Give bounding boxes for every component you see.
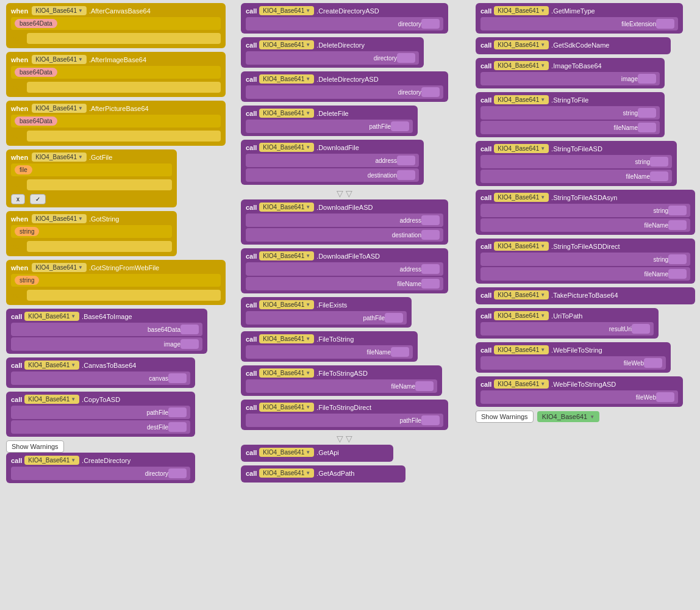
when-keyword: when: [11, 215, 28, 223]
when-block-aftercanvasbase64: when KIO4_Base641 ▼ .AfterCanvasBase64 b…: [6, 3, 226, 48]
column-3: call KIO4_Base641 ▼ .GetMimeType fileExt…: [476, 3, 695, 423]
scroll-indicator-2: ▽ ▽: [241, 434, 448, 443]
component-badge[interactable]: KIO4_Base641 ▼: [259, 143, 314, 152]
show-warnings-button[interactable]: Show Warnings: [476, 411, 534, 423]
param-input: [632, 324, 650, 334]
component-badge[interactable]: KIO4_Base641 ▼: [32, 104, 87, 113]
component-selector-label: KIO4_Base641: [542, 413, 588, 420]
component-badge[interactable]: KIO4_Base641 ▼: [259, 251, 314, 260]
param-label: pathFile: [146, 409, 168, 416]
param-input: [668, 254, 687, 264]
component-badge[interactable]: KIO4_Base641 ▼: [494, 40, 549, 49]
component-badge[interactable]: KIO4_Base641 ▼: [259, 300, 314, 309]
component-badge[interactable]: KIO4_Base641 ▼: [259, 74, 314, 84]
call-block-fileexists: call KIO4_Base641 ▼ .FileExists pathFile: [241, 297, 412, 328]
call-keyword: call: [480, 194, 491, 201]
method-label: .UriToPath: [551, 312, 582, 320]
component-badge[interactable]: KIO4_Base641 ▼: [259, 334, 314, 343]
call-keyword: call: [11, 362, 22, 369]
param-label: string: [623, 110, 638, 117]
component-badge[interactable]: KIO4_Base641 ▼: [259, 403, 314, 412]
method-label: .CreateDirectoryASD: [316, 7, 379, 15]
param-input: [421, 279, 440, 289]
param-input: [421, 87, 440, 97]
param-label: resultUri: [609, 326, 632, 332]
component-badge[interactable]: KIO4_Base641 ▼: [494, 144, 549, 153]
component-badge[interactable]: KIO4_Base641 ▼: [32, 152, 87, 162]
when-keyword: when: [11, 154, 28, 161]
component-badge[interactable]: KIO4_Base641 ▼: [494, 61, 549, 70]
component-badge[interactable]: KIO4_Base641 ▼: [259, 468, 314, 478]
component-badge[interactable]: KIO4_Base641 ▼: [24, 456, 79, 465]
param-label: fileWeb: [624, 360, 644, 367]
scroll-indicator: ▽ ▽: [241, 188, 448, 198]
component-badge[interactable]: KIO4_Base641 ▼: [494, 379, 549, 389]
component-badge[interactable]: KIO4_Base641 ▼: [32, 214, 87, 223]
component-badge[interactable]: KIO4_Base641 ▼: [259, 368, 314, 378]
do-label: do: [11, 181, 23, 188]
param-input: [650, 157, 668, 167]
component-badge[interactable]: KIO4_Base641 ▼: [32, 263, 87, 272]
call-keyword: call: [246, 301, 257, 309]
method-label: .DeleteDirectoryASD: [316, 76, 378, 83]
check-button[interactable]: ✓: [30, 194, 46, 204]
component-badge[interactable]: KIO4_Base641 ▼: [32, 55, 87, 64]
call-keyword: call: [246, 204, 257, 211]
call-keyword: call: [246, 449, 257, 456]
component-badge[interactable]: KIO4_Base641 ▼: [494, 6, 549, 15]
show-warnings-button-col1[interactable]: Show Warnings: [6, 440, 64, 453]
call-keyword: call: [246, 110, 257, 117]
method-label: .FileToStringDirect: [316, 404, 371, 411]
method-label: .FileToString: [316, 336, 354, 343]
component-badge[interactable]: KIO4_Base641 ▼: [32, 6, 87, 15]
do-slot: [27, 241, 172, 252]
column-2: call KIO4_Base641 ▼ .CreateDirectoryASD …: [241, 3, 448, 486]
component-badge[interactable]: KIO4_Base641 ▼: [494, 290, 549, 300]
call-block-filetostringdirect: call KIO4_Base641 ▼ .FileToStringDirect …: [241, 400, 448, 430]
method-label: .StringToFileASDDirect: [551, 243, 620, 250]
component-badge[interactable]: KIO4_Base641 ▼: [259, 448, 314, 457]
call-keyword: call: [246, 336, 257, 343]
param-label: fileName: [645, 222, 668, 229]
call-block-stringtofileasddirect: call KIO4_Base641 ▼ .StringToFileASDDire…: [476, 239, 695, 284]
component-badge[interactable]: KIO4_Base641 ▼: [259, 203, 314, 212]
call-block-uritopath: call KIO4_Base641 ▼ .UriToPath resultUri: [476, 308, 659, 339]
call-block-getmimetype: call KIO4_Base641 ▼ .GetMimeType fileExt…: [476, 3, 683, 34]
call-keyword: call: [246, 370, 257, 377]
param-input: [421, 230, 440, 240]
param-input: [168, 422, 187, 432]
call-block-deletedirectoryasd: call KIO4_Base641 ▼ .DeleteDirectoryASD …: [241, 71, 448, 102]
param-base64data: base64Data: [15, 19, 57, 28]
call-keyword: call: [480, 292, 491, 299]
method-label: .CopyToASD: [82, 396, 120, 403]
component-badge[interactable]: KIO4_Base641 ▼: [24, 361, 79, 370]
param-label: fileName: [626, 173, 650, 180]
method-label: .Base64ToImage: [82, 313, 132, 320]
component-badge[interactable]: KIO4_Base641 ▼: [494, 242, 549, 251]
component-selector[interactable]: KIO4_Base641 ▼: [537, 411, 600, 422]
param-input: [180, 339, 199, 349]
component-badge[interactable]: KIO4_Base641 ▼: [259, 109, 314, 118]
method-label: .AfterPictureBase64: [89, 105, 149, 112]
param-label: fileName: [614, 124, 638, 131]
method-label: .AfterImageBase64: [89, 56, 146, 63]
component-badge[interactable]: KIO4_Base641 ▼: [259, 40, 314, 49]
component-badge[interactable]: KIO4_Base641 ▼: [494, 193, 549, 202]
method-label: .FileToStringASD: [316, 370, 368, 377]
when-keyword: when: [11, 105, 28, 112]
call-block-stringtofile: call KIO4_Base641 ▼ .StringToFile string…: [476, 92, 665, 137]
component-badge[interactable]: KIO4_Base641 ▼: [259, 6, 314, 15]
call-keyword: call: [480, 96, 491, 104]
param-base64data: base64Data: [15, 117, 57, 126]
param-input: [421, 19, 440, 29]
when-keyword: when: [11, 264, 28, 271]
component-badge[interactable]: KIO4_Base641 ▼: [494, 311, 549, 320]
component-badge[interactable]: KIO4_Base641 ▼: [494, 95, 549, 104]
component-badge[interactable]: KIO4_Base641 ▼: [24, 395, 79, 404]
component-badge[interactable]: KIO4_Base641 ▼: [24, 312, 79, 321]
call-keyword: call: [480, 381, 491, 388]
component-badge[interactable]: KIO4_Base641 ▼: [494, 345, 549, 354]
call-block-filetostring: call KIO4_Base641 ▼ .FileToString fileNa…: [241, 331, 418, 362]
x-button[interactable]: x: [11, 194, 25, 204]
call-keyword: call: [246, 7, 257, 15]
